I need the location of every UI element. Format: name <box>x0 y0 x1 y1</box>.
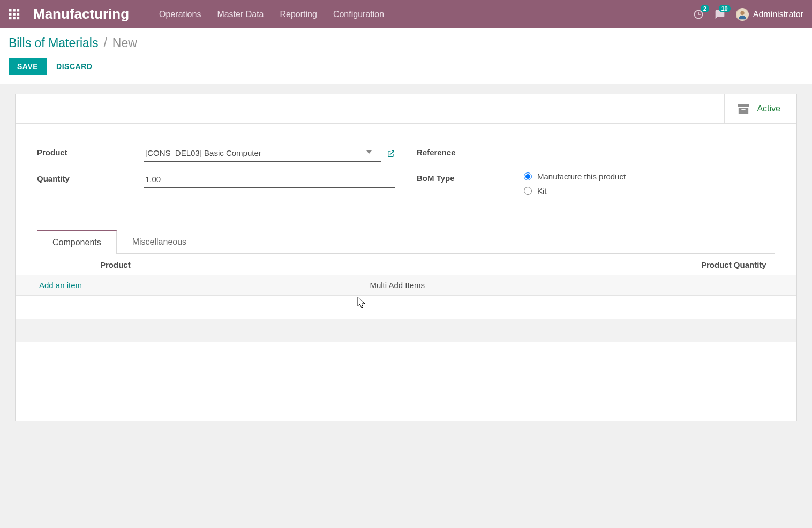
archive-icon <box>738 104 749 114</box>
top-menu: Operations Master Data Reporting Configu… <box>159 10 384 19</box>
svg-rect-1 <box>13 9 16 11</box>
apps-icon[interactable] <box>9 9 20 20</box>
app-brand[interactable]: Manufacturing <box>33 6 129 22</box>
bom-type-label: BoM Type <box>417 171 524 183</box>
col-quantity[interactable]: Product Quantity <box>701 260 792 269</box>
messages-badge: 10 <box>719 5 731 12</box>
svg-rect-12 <box>739 108 748 114</box>
chevron-down-icon[interactable] <box>366 150 372 154</box>
svg-rect-0 <box>9 9 12 11</box>
activity-badge: 2 <box>701 5 709 12</box>
col-handle <box>20 260 100 269</box>
username: Administrator <box>753 10 803 19</box>
menu-reporting[interactable]: Reporting <box>280 10 317 19</box>
control-panel: Bills of Materials / New SAVE DISCARD <box>0 28 812 84</box>
svg-rect-7 <box>13 17 16 19</box>
components-table: Product Product Quantity Add an item Mul… <box>16 254 796 395</box>
active-label: Active <box>757 104 780 114</box>
activity-icon[interactable]: 2 <box>693 9 704 20</box>
menu-configuration[interactable]: Configuration <box>333 10 384 19</box>
table-row <box>16 319 796 342</box>
radio-kit[interactable]: Kit <box>524 186 775 195</box>
breadcrumb: Bills of Materials / New <box>9 36 803 50</box>
svg-rect-8 <box>17 17 20 19</box>
status-bar: Active <box>16 94 796 124</box>
active-toggle[interactable]: Active <box>724 94 796 123</box>
svg-rect-5 <box>17 13 20 16</box>
menu-operations[interactable]: Operations <box>159 10 201 19</box>
radio-kit-input[interactable] <box>524 187 532 195</box>
avatar <box>736 8 749 21</box>
tabs: Components Miscellaneous <box>37 230 775 254</box>
add-item-link[interactable]: Add an item <box>39 281 82 290</box>
tab-components[interactable]: Components <box>37 230 117 254</box>
svg-rect-4 <box>13 13 16 16</box>
svg-rect-13 <box>742 109 746 110</box>
tab-miscellaneous[interactable]: Miscellaneous <box>117 230 202 254</box>
svg-rect-3 <box>9 13 12 16</box>
product-label: Product <box>37 145 144 157</box>
discard-button[interactable]: DISCARD <box>56 62 92 71</box>
table-row <box>16 342 796 395</box>
radio-kit-label: Kit <box>537 186 547 195</box>
svg-rect-6 <box>9 17 12 19</box>
form-sheet: Active Product Quantity <box>15 94 797 421</box>
col-product[interactable]: Product <box>100 260 701 269</box>
messages-icon[interactable]: 10 <box>715 9 725 20</box>
quantity-label: Quantity <box>37 171 144 183</box>
radio-manufacture-label: Manufacture this product <box>537 172 626 181</box>
save-button[interactable]: SAVE <box>9 58 47 75</box>
user-menu[interactable]: Administrator <box>736 8 803 21</box>
breadcrumb-current: New <box>112 36 137 50</box>
reference-input[interactable] <box>524 145 775 161</box>
breadcrumb-sep: / <box>103 36 107 50</box>
radio-manufacture[interactable]: Manufacture this product <box>524 172 775 181</box>
table-row <box>16 296 796 319</box>
svg-rect-11 <box>738 104 749 107</box>
menu-master-data[interactable]: Master Data <box>217 10 264 19</box>
product-input[interactable] <box>144 145 381 162</box>
svg-point-10 <box>740 11 744 14</box>
quantity-input[interactable] <box>144 171 395 188</box>
radio-manufacture-input[interactable] <box>524 172 532 180</box>
multi-add-link[interactable]: Multi Add Items <box>370 281 425 290</box>
topbar: Manufacturing Operations Master Data Rep… <box>0 0 812 28</box>
svg-rect-2 <box>17 9 20 11</box>
breadcrumb-parent[interactable]: Bills of Materials <box>9 36 98 50</box>
reference-label: Reference <box>417 145 524 157</box>
external-link-icon[interactable] <box>387 149 395 158</box>
